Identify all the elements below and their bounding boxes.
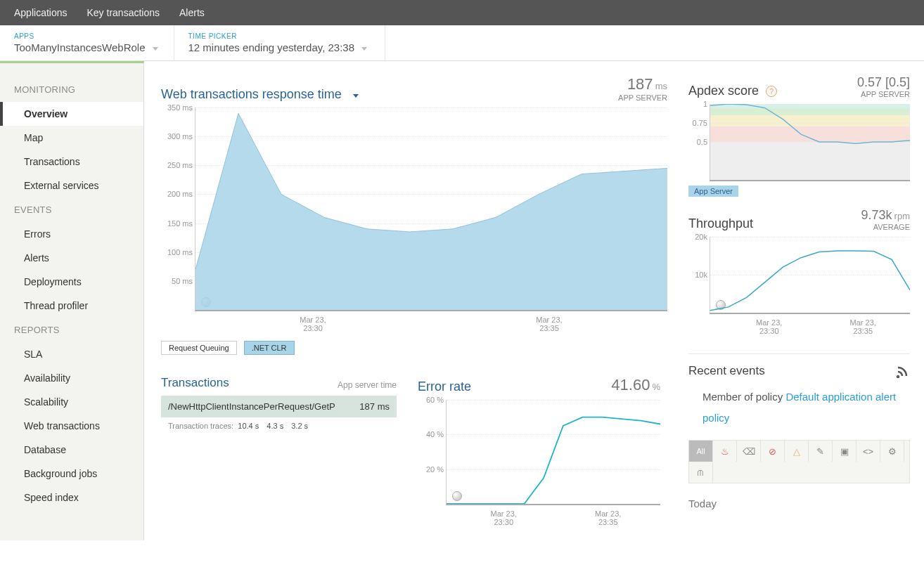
apdex-title: Apdex score ? <box>688 84 777 98</box>
sidebar-item-alerts[interactable]: Alerts <box>0 246 143 270</box>
top-nav: Applications Key transactions Alerts <box>0 0 924 25</box>
transaction-traces: Transaction traces: 10.4 s 4.3 s 3.2 s <box>161 417 397 434</box>
sidebar-group-reports: REPORTS <box>0 318 143 342</box>
sidebar-item-overview[interactable]: Overview <box>0 102 143 126</box>
error-rate-value: 41.60 <box>611 376 650 394</box>
sidebar-item-database[interactable]: Database <box>0 438 143 462</box>
sidebar-item-map[interactable]: Map <box>0 126 143 150</box>
throughput-card: Throughput 9.73k rpm AVERAGE 10k20k Mar … <box>688 208 910 335</box>
chevron-down-icon <box>153 44 160 51</box>
transaction-row[interactable]: /NewHttpClientInstancePerRequest/GetP 18… <box>161 396 397 417</box>
sidebar-item-errors[interactable]: Errors <box>0 222 143 246</box>
filter-eraser-icon[interactable]: ⌫ <box>737 441 761 462</box>
apdex-pill[interactable]: App Server <box>688 186 738 197</box>
apdex-chart[interactable]: 0.50.751 <box>710 104 910 181</box>
response-time-value: 187 <box>627 75 653 93</box>
legend-request-queuing[interactable]: Request Queuing <box>161 341 237 355</box>
sidebar-group-events: EVENTS <box>0 197 143 222</box>
time-picker[interactable]: TIME PICKER 12 minutes ending yesterday,… <box>174 25 385 60</box>
apdex-value: 0.57 [0.5] <box>857 75 910 89</box>
filter-warning-icon[interactable]: △ <box>785 441 809 462</box>
nav-applications[interactable]: Applications <box>14 7 68 18</box>
filter-screen-icon[interactable]: ▣ <box>833 441 856 462</box>
apdex-card: Apdex score ? 0.57 [0.5] APP SERVER 0.50… <box>688 75 910 197</box>
sidebar-item-external-services[interactable]: External services <box>0 174 143 197</box>
sidebar-item-web-transactions[interactable]: Web transactions <box>0 414 143 438</box>
legend-net-clr[interactable]: .NET CLR <box>244 341 295 355</box>
transactions-title[interactable]: Transactions <box>161 376 229 390</box>
chevron-down-icon <box>361 44 368 51</box>
recent-events-title: Recent events <box>688 364 765 378</box>
error-rate-chart[interactable]: 20 %40 %60 % <box>446 400 660 505</box>
sidebar-item-speed-index[interactable]: Speed index <box>0 486 143 509</box>
apdex-sub: APP SERVER <box>857 90 910 98</box>
filter-fire-icon[interactable]: ♨ <box>713 441 737 462</box>
apps-picker-value: TooManyInstancesWebRole <box>14 41 146 53</box>
help-icon[interactable]: ? <box>766 86 777 97</box>
nav-key-transactions[interactable]: Key transactions <box>87 7 160 18</box>
filter-gear-icon[interactable]: ⚙ <box>880 441 904 462</box>
throughput-title: Throughput <box>688 216 753 231</box>
throughput-value: 9.73k <box>861 208 892 222</box>
throughput-sub: AVERAGE <box>861 223 911 231</box>
time-picker-value: 12 minutes ending yesterday, 23:38 <box>188 41 355 53</box>
apps-picker[interactable]: APPS TooManyInstancesWebRole <box>0 25 174 60</box>
transactions-sub: App server time <box>338 380 397 390</box>
sidebar: MONITORING Overview Map Transactions Ext… <box>0 61 144 540</box>
filter-all-button[interactable]: All <box>689 441 713 462</box>
time-picker-label: TIME PICKER <box>188 32 371 40</box>
error-rate-card: Error rate 41.60 % 20 %40 %60 % Mar 23,2… <box>418 376 660 526</box>
filter-code-icon[interactable]: <> <box>856 441 880 462</box>
response-time-sub: APP SERVER <box>618 93 667 102</box>
apps-picker-label: APPS <box>14 32 160 40</box>
response-time-card: Web transactions response time 187 ms AP… <box>161 75 667 526</box>
throughput-chart[interactable]: 10k20k <box>710 237 910 314</box>
sidebar-item-transactions[interactable]: Transactions <box>0 150 143 174</box>
rss-icon[interactable] <box>896 364 910 378</box>
sidebar-item-scalability[interactable]: Scalability <box>0 390 143 414</box>
recent-events-card: Recent events Member of policy Default a… <box>688 353 910 509</box>
sidebar-item-sla[interactable]: SLA <box>0 342 143 366</box>
response-time-chart[interactable]: 50 ms100 ms150 ms200 ms250 ms300 ms350 m… <box>195 108 667 311</box>
error-rate-title[interactable]: Error rate <box>418 379 471 394</box>
events-today-heading: Today <box>688 498 910 509</box>
nav-alerts[interactable]: Alerts <box>179 7 205 18</box>
sidebar-item-background-jobs[interactable]: Background jobs <box>0 462 143 486</box>
event-filter-bar: All ♨ ⌫ ⊘ △ ✎ ▣ <> ⚙ ⫙ <box>688 440 910 483</box>
sidebar-group-monitoring: MONITORING <box>0 77 143 102</box>
filter-error-icon[interactable]: ⊘ <box>761 441 785 462</box>
filter-bars-icon[interactable]: ⫙ <box>689 462 713 483</box>
chevron-down-icon <box>353 91 360 98</box>
sidebar-item-availability[interactable]: Availability <box>0 366 143 390</box>
response-time-title[interactable]: Web transactions response time <box>161 87 360 102</box>
sidebar-item-thread-profiler[interactable]: Thread profiler <box>0 294 143 318</box>
recent-events-policy: Member of policy Default application ale… <box>702 386 910 429</box>
sidebar-item-deployments[interactable]: Deployments <box>0 270 143 294</box>
transactions-card: Transactions App server time /NewHttpCli… <box>161 376 397 526</box>
filter-edit-icon[interactable]: ✎ <box>809 441 833 462</box>
